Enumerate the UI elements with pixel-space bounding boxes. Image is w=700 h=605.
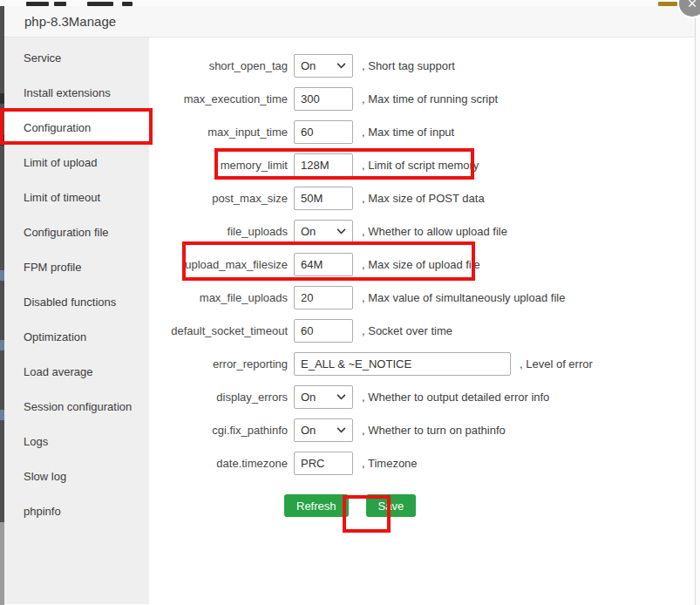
form-row-cgi-fix-pathinfo: cgi.fix_pathinfo On , Whether to turn on… (149, 418, 695, 442)
date-timezone-input[interactable] (294, 452, 353, 475)
field-label: cgi.fix_pathinfo (149, 424, 288, 437)
select-value: On (301, 59, 316, 72)
field-description: , Level of error (520, 357, 593, 370)
form-row-memory-limit: memory_limit , Limit of script memory (149, 153, 695, 177)
field-description: , Short tag support (362, 59, 455, 72)
field-description: , Max size of upload file (362, 258, 480, 271)
short-open-tag-select[interactable]: On (294, 54, 353, 78)
field-description: , Limit of script memory (362, 159, 479, 172)
field-label: memory_limit (149, 159, 288, 172)
field-description: , Whether to output detailed error info (362, 391, 549, 404)
form-row-max-input-time: max_input_time , Max time of input (149, 120, 695, 144)
field-label: upload_max_filesize (149, 258, 288, 271)
field-description: , Max time of input (362, 126, 454, 139)
underlying-page-right-strip (695, 16, 700, 605)
chevron-down-icon (336, 394, 346, 400)
sidebar-item-limit-of-upload[interactable]: Limit of upload (4, 146, 149, 180)
cgi-fix-pathinfo-select[interactable]: On (294, 418, 353, 442)
max-input-time-input[interactable] (294, 120, 353, 144)
memory-limit-input[interactable] (294, 153, 353, 177)
select-value: On (301, 391, 316, 404)
field-label: max_execution_time (149, 92, 288, 105)
dialog-header: php-8.3Manage (4, 6, 695, 37)
post-max-size-input[interactable] (294, 187, 353, 210)
save-button[interactable]: Save (366, 494, 417, 517)
dialog-title: php-8.3Manage (24, 14, 116, 29)
sidebar-item-configuration[interactable]: Configuration (4, 111, 149, 146)
page: × php-8.3Manage Service Install extensio… (0, 0, 700, 605)
error-reporting-input[interactable] (294, 352, 511, 376)
max-file-uploads-input[interactable] (294, 286, 353, 309)
field-description: , Max size of POST data (362, 192, 485, 205)
file-uploads-select[interactable]: On (294, 220, 353, 243)
field-label: file_uploads (149, 225, 288, 238)
field-description: , Whether to allow upload file (362, 225, 507, 238)
form-row-file-uploads: file_uploads On , Whether to allow uploa… (149, 220, 695, 243)
sidebar-item-disabled-functions[interactable]: Disabled functions (4, 285, 149, 320)
form-row-short-open-tag: short_open_tag On , Short tag support (149, 54, 695, 78)
field-label: error_reporting (149, 357, 288, 370)
field-description: , Whether to turn on pathinfo (362, 424, 506, 437)
form-row-date-timezone: date.timezone , Timezone (149, 452, 695, 475)
sidebar-item-install-extensions[interactable]: Install extensions (4, 76, 149, 111)
sidebar-item-slow-log[interactable]: Slow log (4, 459, 149, 494)
field-description: , Timezone (362, 457, 418, 470)
form-row-max-file-uploads: max_file_uploads , Max value of simultan… (149, 286, 695, 309)
chevron-down-icon (336, 63, 346, 69)
form-row-post-max-size: post_max_size , Max size of POST data (149, 187, 695, 210)
sidebar-item-configuration-file[interactable]: Configuration file (4, 215, 149, 250)
form-row-default-socket-timeout: default_socket_timeout , Socket over tim… (149, 319, 695, 343)
field-description: , Max time of running script (362, 92, 498, 105)
select-value: On (301, 424, 316, 437)
field-description: , Socket over time (362, 324, 452, 337)
default-socket-timeout-input[interactable] (294, 319, 353, 343)
sidebar: Service Install extensions Configuration… (4, 37, 149, 604)
field-label: display_errors (149, 391, 288, 404)
refresh-button[interactable]: Refresh (284, 494, 349, 517)
sidebar-item-phpinfo[interactable]: phpinfo (4, 494, 149, 529)
field-label: max_file_uploads (149, 291, 288, 304)
field-label: short_open_tag (149, 59, 288, 72)
field-label: date.timezone (149, 457, 288, 470)
php-manage-dialog: × php-8.3Manage Service Install extensio… (4, 6, 695, 605)
underlying-page-top-strip (0, 0, 700, 6)
field-description: , Max value of simultaneously upload fil… (362, 291, 565, 304)
form-row-error-reporting: error_reporting , Level of error (149, 352, 695, 376)
form-actions: Refresh Save (284, 494, 695, 517)
sidebar-item-optimization[interactable]: Optimization (4, 320, 149, 355)
field-label: max_input_time (149, 126, 288, 139)
select-value: On (301, 225, 316, 238)
sidebar-item-service[interactable]: Service (4, 41, 149, 76)
sidebar-item-logs[interactable]: Logs (4, 425, 149, 459)
form-row-upload-max-filesize: upload_max_filesize , Max size of upload… (149, 253, 695, 276)
display-errors-select[interactable]: On (294, 385, 353, 409)
sidebar-item-session-configuration[interactable]: Session configuration (4, 390, 149, 425)
sidebar-item-limit-of-timeout[interactable]: Limit of timeout (4, 180, 149, 215)
field-label: post_max_size (149, 192, 288, 205)
sidebar-item-fpm-profile[interactable]: FPM profile (4, 250, 149, 285)
sidebar-item-load-average[interactable]: Load average (4, 355, 149, 390)
form-row-display-errors: display_errors On , Whether to output de… (149, 385, 695, 409)
field-label: default_socket_timeout (149, 324, 288, 337)
configuration-form: short_open_tag On , Short tag support ma… (149, 37, 695, 604)
form-row-max-execution-time: max_execution_time , Max time of running… (149, 87, 695, 111)
max-execution-time-input[interactable] (294, 87, 353, 111)
upload-max-filesize-input[interactable] (294, 253, 353, 276)
chevron-down-icon (336, 228, 346, 235)
chevron-down-icon (336, 427, 346, 433)
